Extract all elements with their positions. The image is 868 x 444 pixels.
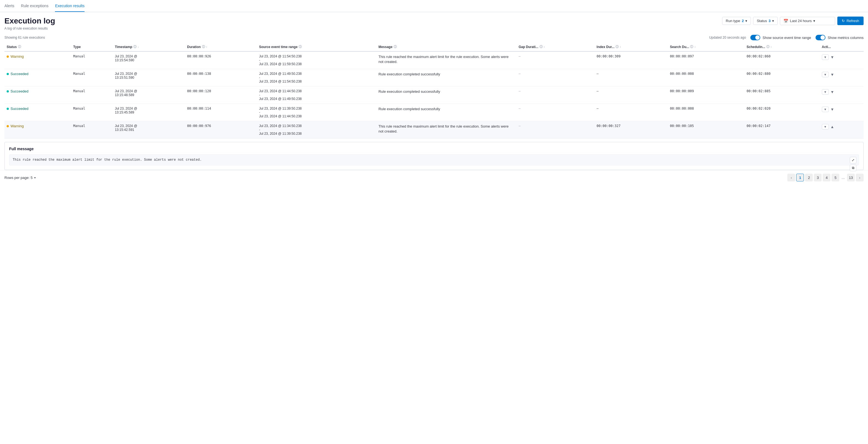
refresh-button[interactable]: ↻ Refresh (837, 17, 864, 25)
status-label: Succeeded (10, 72, 28, 76)
type-cell-0: Manual (71, 51, 113, 69)
time-range-selector[interactable]: 📅 Last 24 hours ▾ (780, 17, 835, 25)
expand-row-btn[interactable]: ▼ (830, 89, 835, 95)
gap-duration-cell-0: — (516, 51, 594, 69)
info-icon: ⓘ (766, 45, 769, 49)
tab-alerts[interactable]: Alerts (4, 0, 14, 12)
status-dot (7, 125, 9, 127)
info-icon: ⓘ (539, 45, 542, 49)
page-2-button[interactable]: 2 (805, 174, 813, 182)
col-source-event-time-range: Source event time range ⓘ (257, 42, 376, 51)
table-row: Succeeded Manual Jul 23, 2024 @13:15:48.… (4, 87, 864, 104)
duration-cell-4: 00:00:00:976 (185, 121, 257, 138)
status-cell-2: Succeeded (4, 87, 71, 104)
toggle-metrics-switch[interactable] (815, 35, 826, 40)
refresh-icon: ↻ (842, 19, 845, 23)
expand-row-btn[interactable]: ▼ (830, 72, 835, 77)
sort-icon[interactable]: ↕ (206, 45, 208, 48)
expand-row-btn[interactable]: ▼ (830, 54, 835, 60)
sort-icon[interactable]: ↕ (771, 45, 772, 48)
toggle-metrics[interactable]: Show metrics columns (815, 35, 864, 40)
refresh-label: Refresh (846, 19, 859, 23)
status-count: 3 (769, 19, 771, 23)
scheduling-cell-3: 00:00:02:020 (744, 104, 819, 121)
page-3-button[interactable]: 3 (814, 174, 822, 182)
type-cell-4: Manual (71, 121, 113, 138)
gap-duration-cell-1: — (516, 69, 594, 87)
actions-cell-1: ▼ ▼ (820, 69, 864, 87)
toggle-metrics-label: Show metrics columns (828, 36, 864, 40)
scheduling-cell-4: 00:00:02:147 (744, 121, 819, 138)
table-header-row: Status ⓘ Type Timestamp ⓘ ↓ (4, 42, 864, 51)
expand-message-button[interactable]: ⤢ (850, 157, 857, 163)
expand-row-btn[interactable]: ▼ (830, 106, 835, 112)
duration-cell-0: 00:00:00:926 (185, 51, 257, 69)
index-duration-cell-4: 00:00:00:327 (594, 121, 668, 138)
duration-cell-1: 00:00:00:138 (185, 69, 257, 87)
status-label: Succeeded (10, 106, 28, 111)
page-ellipsis: ... (840, 175, 846, 180)
tab-rule-exceptions[interactable]: Rule exceptions (21, 0, 49, 12)
actions-cell-3: ▼ ▼ (820, 104, 864, 121)
chevron-down-icon: ▾ (813, 19, 815, 23)
timestamp-cell-4: Jul 23, 2024 @13:15:42.591 (113, 121, 185, 138)
pagination-bar: Rows per page: 5 ▾ ‹ 1 2 3 4 5 ... 13 › (0, 170, 868, 185)
table-row: Succeeded Manual Jul 23, 2024 @13:15:45.… (4, 104, 864, 121)
scheduling-cell-2: 00:00:02:885 (744, 87, 819, 104)
info-icon: ⓘ (202, 45, 205, 49)
page-1-button[interactable]: 1 (796, 174, 804, 182)
page-5-button[interactable]: 5 (832, 174, 839, 182)
status-cell-4: Warning (4, 121, 71, 138)
search-duration-cell-0: 00:00:00:097 (668, 51, 744, 69)
sort-icon[interactable]: ↕ (620, 45, 621, 48)
col-index-duration: Index Dur... ⓘ ↕ (594, 42, 668, 51)
message-cell-1: Rule execution completed successfully (376, 69, 516, 87)
actions-cell-4: ▼ ▲ (820, 121, 864, 138)
toggle-source-event-switch[interactable] (750, 35, 760, 40)
scheduling-cell-1: 00:00:02:880 (744, 69, 819, 87)
toggle-source-event[interactable]: Show source event time range (750, 35, 811, 40)
table-row: Warning Manual Jul 23, 2024 @13:15:54.59… (4, 51, 864, 69)
filter-action-btn[interactable]: ▼ (822, 89, 829, 95)
source-range-cell-0: Jul 23, 2024 @ 11:54:50.238-Jul 23, 2024… (257, 51, 376, 69)
prev-page-button[interactable]: ‹ (787, 174, 795, 182)
full-message-title: Full message (9, 147, 859, 151)
col-gap-duration: Gap Durati... ⓘ ↕ (516, 42, 594, 51)
filter-action-btn[interactable]: ▼ (822, 72, 829, 77)
duration-cell-3: 00:00:00:114 (185, 104, 257, 121)
status-label: Status (757, 19, 767, 23)
expand-row-btn[interactable]: ▲ (830, 124, 835, 129)
status-filter[interactable]: Status 3 ▾ (753, 17, 778, 25)
page-subtitle: A log of rule execution results (4, 27, 55, 30)
info-icon: ⓘ (616, 45, 619, 49)
col-search-duration: Search Du... ⓘ ↕ (668, 42, 744, 51)
tab-execution-results[interactable]: Execution results (55, 0, 85, 12)
full-message-section: Full message This rule reached the maxim… (4, 142, 864, 170)
copy-message-button[interactable]: ⧉ (850, 165, 857, 171)
search-duration-cell-3: 00:00:00:008 (668, 104, 744, 121)
status-cell-3: Succeeded (4, 104, 71, 121)
run-type-filter[interactable]: Run type 2 ▾ (722, 17, 751, 25)
type-cell-2: Manual (71, 87, 113, 104)
filter-action-btn[interactable]: ▼ (822, 106, 829, 112)
status-dot (7, 90, 9, 93)
sort-icon[interactable]: ↓ (137, 45, 139, 48)
col-message: Message ⓘ (376, 42, 516, 51)
sort-icon[interactable]: ↕ (694, 45, 695, 48)
index-duration-cell-0: 00:00:00:309 (594, 51, 668, 69)
page-last-button[interactable]: 13 (847, 174, 855, 182)
status-dot (7, 73, 9, 75)
col-status: Status ⓘ (4, 42, 71, 51)
status-dot (7, 56, 9, 58)
sort-icon[interactable]: ↕ (544, 45, 545, 48)
rows-per-page[interactable]: Rows per page: 5 ▾ (4, 176, 36, 180)
filter-action-btn[interactable]: ▼ (822, 54, 829, 60)
next-page-button[interactable]: › (856, 174, 864, 182)
col-actions: Acti... (820, 42, 864, 51)
filter-action-btn[interactable]: ▼ (822, 124, 829, 129)
page-4-button[interactable]: 4 (823, 174, 830, 182)
info-icon: ⓘ (133, 45, 136, 49)
index-duration-cell-3: — (594, 104, 668, 121)
status-label: Succeeded (10, 89, 28, 93)
timestamp-cell-1: Jul 23, 2024 @13:15:51.590 (113, 69, 185, 87)
